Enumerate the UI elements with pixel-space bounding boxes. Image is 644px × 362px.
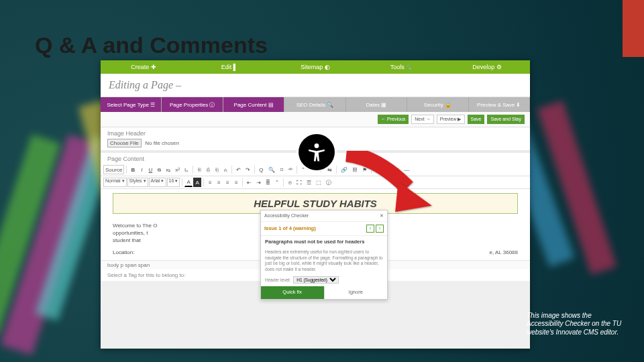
location-label: Location: [113,249,134,255]
tb-copy[interactable]: ⎙ [204,165,212,174]
tb-anchor[interactable]: ⚑ [360,165,369,174]
issue-count: Issue 1 of 4 (warning) [264,225,316,233]
tb-align-r[interactable]: ≡ [223,178,231,187]
accessibility-icon [299,134,335,170]
tb-align-j[interactable]: ≡ [232,178,240,187]
checker-title: Accessibility Checker [264,213,309,219]
tab-seo-details[interactable]: SEO Details 🔍 [284,97,345,112]
tb-about[interactable]: ⓘ [324,178,333,187]
checker-body: Headers are extremely useful for non-sig… [261,248,387,275]
tab-preview-save[interactable]: Preview & Save ⬇ [469,97,530,112]
toolbar-row-2: Normal ▾ Styles ▾ Arial ▾ 16 ▾ A A ≡ ≡ ≡… [101,176,530,189]
tab-page-properties[interactable]: Page Properties ⓘ [162,97,223,112]
image-caption: This image shows the Accessibility Check… [527,312,624,337]
tb-paste[interactable]: ⎗ [213,165,221,174]
tb-indent[interactable]: ⇥ [254,178,263,187]
tb-lineheight[interactable]: ≣ [264,178,272,187]
top-nav: Create Edit Sitemap Tools Develop [101,60,530,74]
nav-edit[interactable]: Edit [186,64,272,70]
tb-a11y[interactable]: ⬚ [314,178,323,187]
svg-point-0 [315,143,319,148]
action-row: ← Previous Next → Preview ▶ Save Save an… [101,112,530,127]
content-paragraphs[interactable]: Welcome to The O opportunities, t studen… [101,218,530,260]
header-level-select[interactable]: H1 (Suggested) [293,276,339,284]
tb-undo[interactable]: ↶ [234,165,243,174]
nav-sitemap[interactable]: Sitemap [272,64,358,70]
styles-select[interactable]: Styles ▾ [127,178,148,187]
format-select[interactable]: Normal ▾ [103,178,127,187]
tb-italic[interactable]: I [138,165,146,174]
previous-button[interactable]: ← Previous [378,115,409,124]
tb-table[interactable]: ▤ [384,165,393,174]
tb-pasteplain[interactable]: ⎌ [221,165,229,174]
tb-image[interactable]: ▦ [374,165,383,174]
tb-strike[interactable]: S [155,165,163,174]
tb-more[interactable]: — [402,165,412,174]
tb-bold[interactable]: B [129,165,137,174]
tab-select-page-type[interactable]: Select Page Type ☰ [101,97,162,112]
rich-text-editor: Source B I U S x₂ x² Iₓ ⎘ ⎙ ⎗ ⎌ ↶ ↷ Q 🔍 [101,164,530,269]
ignore-button[interactable]: Ignore [324,286,388,299]
tab-page-content[interactable]: Page Content ▤ [223,97,284,112]
location-value: e, AL 36088 [490,249,518,256]
tb-fullscreen[interactable]: ⛶ [294,178,304,187]
tb-textcolor[interactable]: A [184,178,193,187]
prev-issue-button[interactable]: ‹ [366,225,374,233]
tb-replace[interactable]: 🔍 [266,165,277,174]
tab-security[interactable]: Security 🔒 [407,97,468,112]
gear-icon [496,64,502,70]
tb-hr[interactable]: ≡ [394,165,402,174]
tb-outdent[interactable]: ⇤ [245,178,254,187]
save-button[interactable]: Save [468,115,485,124]
tb-blocks[interactable]: ☰ [305,178,313,187]
checker-message: Paragraphs must not be used for headers [261,236,387,249]
tb-maximize[interactable]: ⎋ [286,178,294,187]
habits-title: HELPFUL STUDY HABITS [117,198,513,209]
header-level-label: Header level: [265,278,290,282]
page-heading: Editing a Page – [101,74,530,97]
next-button[interactable]: Next → [411,115,433,124]
tb-quote[interactable]: ‟ [273,178,281,187]
tb-redo[interactable]: ↷ [244,165,252,174]
font-select[interactable]: Arial ▾ [149,178,166,187]
globe-icon [325,64,330,70]
save-stay-button[interactable]: Save and Stay [487,115,525,124]
corner-accent [623,0,644,57]
next-issue-button[interactable]: › [376,225,384,233]
quick-fix-button[interactable]: Quick fix [261,286,324,299]
nav-tools[interactable]: Tools [358,64,444,70]
preview-button[interactable]: Preview ▶ [437,115,465,124]
accessibility-checker: Accessibility Checker ✕ Issue 1 of 4 (wa… [260,210,388,300]
tb-spell[interactable]: ᵃᵇ [286,165,294,174]
wrench-icon [406,64,412,70]
step-tabs: Select Page Type ☰ Page Properties ⓘ Pag… [101,97,530,112]
no-file-text: No file chosen [145,140,179,146]
tb-unlink[interactable]: ⛓ [350,165,360,174]
tb-link[interactable]: 🔗 [339,165,350,174]
tb-select[interactable]: ⌑ [278,165,286,174]
doc-icon [233,64,237,70]
tb-source[interactable]: Source [103,165,124,174]
tb-underline[interactable]: U [146,165,154,174]
tb-find[interactable]: Q [257,165,265,174]
nav-create[interactable]: Create [101,64,186,70]
tb-sub[interactable]: x₂ [164,165,172,174]
tb-clear[interactable]: Iₓ [182,165,191,174]
size-select[interactable]: 16 ▾ [167,178,180,187]
plus-icon [151,64,156,70]
cms-screenshot: Create Edit Sitemap Tools Develop Editin… [101,60,530,349]
tb-cut[interactable]: ⎘ [195,165,203,174]
tb-bgcolor[interactable]: A [193,178,201,187]
checker-close[interactable]: ✕ [380,213,384,219]
tab-dates[interactable]: Dates ▦ [346,97,407,112]
slide-title: Q & A and Comments [35,32,268,58]
nav-develop[interactable]: Develop [444,64,530,70]
tb-sup[interactable]: x² [173,165,182,174]
tb-align-c[interactable]: ≡ [215,178,223,187]
choose-file-button[interactable]: Choose File [107,139,142,147]
tb-align-l[interactable]: ≡ [206,178,214,187]
